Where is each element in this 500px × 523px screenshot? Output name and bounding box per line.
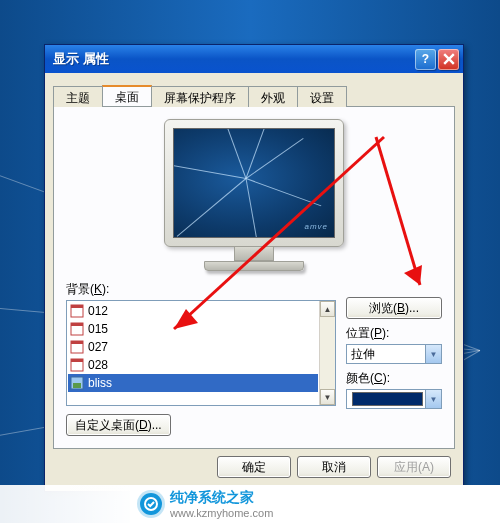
- color-swatch: [352, 392, 423, 406]
- watermark-brand: 纯净系统之家: [170, 489, 273, 507]
- svg-rect-5: [71, 341, 83, 344]
- cancel-button[interactable]: 取消: [297, 456, 371, 478]
- color-label: 颜色(C):: [346, 370, 442, 387]
- display-properties-window: 显示 属性 ? 主题 桌面 屏幕保护程序 外观 设置: [44, 44, 464, 492]
- ok-button[interactable]: 确定: [217, 456, 291, 478]
- image-file-icon: [70, 358, 84, 372]
- image-file-icon: [70, 340, 84, 354]
- tab-screensaver[interactable]: 屏幕保护程序: [151, 86, 249, 107]
- titlebar[interactable]: 显示 属性 ?: [45, 45, 463, 73]
- scrollbar[interactable]: ▲ ▼: [319, 301, 335, 405]
- chevron-down-icon: ▼: [425, 345, 441, 363]
- background-listbox[interactable]: 012 015 027: [66, 300, 336, 406]
- window-title: 显示 属性: [53, 50, 413, 68]
- image-file-icon: [70, 322, 84, 336]
- tabs: 主题 桌面 屏幕保护程序 外观 设置: [53, 85, 455, 107]
- image-file-icon: [70, 304, 84, 318]
- watermark-logo-icon: [140, 493, 162, 515]
- apply-button[interactable]: 应用(A): [377, 456, 451, 478]
- tab-settings[interactable]: 设置: [297, 86, 347, 107]
- list-item[interactable]: 028: [68, 356, 318, 374]
- svg-rect-7: [71, 359, 83, 362]
- tab-desktop[interactable]: 桌面: [102, 85, 152, 106]
- close-button[interactable]: [438, 49, 459, 70]
- close-icon: [443, 53, 455, 65]
- tab-appearance[interactable]: 外观: [248, 86, 298, 107]
- watermark: 纯净系统之家 www.kzmyhome.com: [0, 485, 500, 523]
- svg-rect-1: [71, 305, 83, 308]
- preview-brand: amve: [304, 222, 328, 231]
- background-label: 背景(K):: [66, 281, 336, 298]
- color-combo[interactable]: ▼: [346, 389, 442, 409]
- list-item[interactable]: bliss: [68, 374, 318, 392]
- tab-panel-desktop: amve 背景(K): 012: [53, 107, 455, 449]
- chevron-down-icon: ▼: [425, 390, 441, 408]
- watermark-url: www.kzmyhome.com: [170, 507, 273, 519]
- customize-desktop-button[interactable]: 自定义桌面(D)...: [66, 414, 171, 436]
- scroll-up-button[interactable]: ▲: [320, 301, 335, 317]
- bmp-file-icon: [70, 376, 84, 390]
- browse-button[interactable]: 浏览(B)...: [346, 297, 442, 319]
- wallpaper-preview: amve: [164, 119, 344, 271]
- tab-theme[interactable]: 主题: [53, 86, 103, 107]
- dialog-button-row: 确定 取消 应用(A): [53, 449, 455, 485]
- position-combo[interactable]: 拉伸 ▼: [346, 344, 442, 364]
- position-label: 位置(P):: [346, 325, 442, 342]
- list-item[interactable]: 027: [68, 338, 318, 356]
- help-button[interactable]: ?: [415, 49, 436, 70]
- list-item[interactable]: 015: [68, 320, 318, 338]
- svg-rect-9: [73, 383, 81, 388]
- svg-rect-3: [71, 323, 83, 326]
- scroll-down-button[interactable]: ▼: [320, 389, 335, 405]
- list-item[interactable]: 012: [68, 302, 318, 320]
